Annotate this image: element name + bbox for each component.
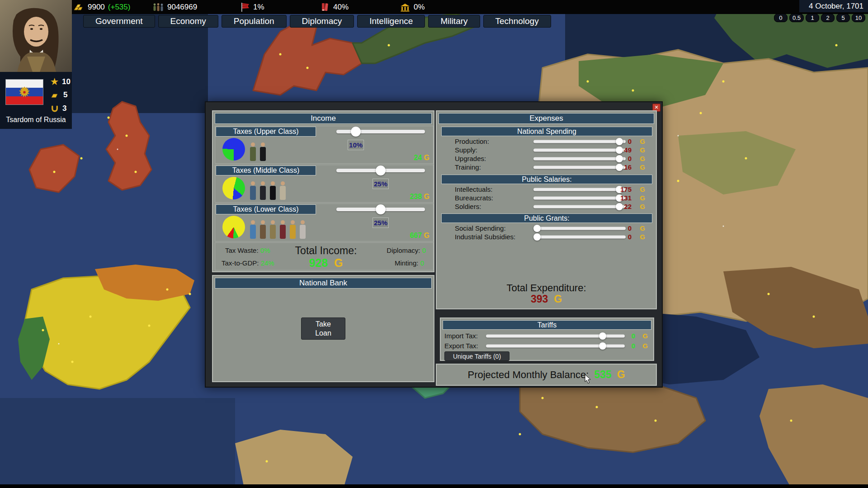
middle-class-figures xyxy=(250,178,286,200)
unrest-value: 1% xyxy=(253,3,264,12)
speed-button-05[interactable]: 0.5 xyxy=(789,14,804,22)
tax-to-gdp: Tax-to-GDP: 24% xyxy=(222,259,274,267)
citizen-figure xyxy=(250,142,256,161)
population-icon xyxy=(152,3,164,12)
tab-government[interactable]: Government xyxy=(83,15,155,28)
tab-economy[interactable]: Economy xyxy=(158,15,218,28)
expense-row-soldiers: Soldiers: 22 G xyxy=(441,203,651,211)
economy-dialog: ✕ Income Taxes (Upper Class) 10% 24 G Ta xyxy=(205,101,663,388)
date-label: 4 October, 1701 xyxy=(809,2,863,11)
literacy-stat: 40% xyxy=(320,0,349,14)
lower-tax-slider[interactable] xyxy=(336,205,425,214)
total-expenditure-label: Total Expenditure: xyxy=(437,282,656,294)
projected-monthly-balance: Projected Monthly Balance: 535 G xyxy=(437,365,656,385)
speed-button-5[interactable]: 5 xyxy=(836,14,850,22)
bank-stat: 0% xyxy=(400,0,425,14)
expenses-title: Expenses xyxy=(439,113,654,124)
gold-bars-stat: 5 xyxy=(51,90,67,99)
speed-button-1[interactable]: 1 xyxy=(806,14,819,22)
unrest-stat: 1% xyxy=(240,0,264,14)
tax-section-middle: Taxes (Middle Class) 25% 238 G xyxy=(215,165,434,203)
bottom-bar xyxy=(0,484,868,488)
tab-military[interactable]: Military xyxy=(428,15,480,28)
tax-distribution-pie xyxy=(222,216,245,238)
gold-bars-value: 5 xyxy=(63,90,67,99)
balance-currency: G xyxy=(617,369,625,381)
treasury-stat: 9900 (+535) xyxy=(74,0,130,14)
speed-button-10[interactable]: 10 xyxy=(852,14,865,22)
tab-intelligence[interactable]: Intelligence xyxy=(357,15,425,28)
expense-row-bureaucrats: Bureaucrats: 131 G xyxy=(441,194,651,203)
middle-tax-rate: 25% xyxy=(373,179,389,189)
slider-thumb[interactable] xyxy=(533,233,541,241)
tab-diplomacy[interactable]: Diplomacy xyxy=(290,15,354,28)
citizen-figure xyxy=(279,220,286,239)
tariffs-title: Tariffs xyxy=(443,320,651,330)
citizen-figure xyxy=(259,220,266,239)
export-tax-slider[interactable] xyxy=(486,343,625,349)
prestige-stat: ★ 10 xyxy=(51,76,71,87)
gold-icon xyxy=(74,3,85,11)
upper-tax-slider[interactable] xyxy=(336,127,425,136)
total-income-value: 928 G xyxy=(278,256,373,270)
income-totals: Tax Waste: 0% Total Income: Diplomacy: 0… xyxy=(215,242,434,270)
expense-row-training: Training: 16 G xyxy=(441,163,651,172)
import-tax-row: Import Tax: 0 G xyxy=(441,332,653,341)
books-icon xyxy=(320,2,330,12)
country-flag[interactable] xyxy=(5,79,43,105)
slider-thumb[interactable] xyxy=(376,166,386,175)
slider-thumb[interactable] xyxy=(351,127,361,137)
import-tax-slider[interactable] xyxy=(486,333,625,339)
citizen-figure xyxy=(250,181,256,200)
expense-row-upgrades: Upgrades: 0 G xyxy=(441,155,651,163)
tab-population[interactable]: Population xyxy=(222,15,287,28)
citizen-figure xyxy=(259,181,266,200)
gold-amount: 9900 xyxy=(88,3,105,12)
national-bank-panel: National Bank Take Loan xyxy=(212,275,434,382)
slider-thumb[interactable] xyxy=(599,342,606,350)
star-icon: ★ xyxy=(51,76,58,87)
citizen-figure xyxy=(279,181,286,200)
ruler-portrait[interactable] xyxy=(0,0,72,72)
expense-row-social-spending: Social Spending: 0 G xyxy=(441,224,651,233)
slider-thumb[interactable] xyxy=(533,225,541,232)
middle-tax-slider[interactable] xyxy=(336,166,425,175)
tab-technology[interactable]: Technology xyxy=(483,15,551,28)
national-bank-title: National Bank xyxy=(215,278,432,289)
minting-income: Minting: 0 xyxy=(395,259,424,267)
total-expenditure-value: 393 G xyxy=(437,293,656,305)
tax-section-lower: Taxes (Lower Class) 25% 667 G xyxy=(215,204,434,242)
double-eagle-emblem xyxy=(17,85,32,100)
tax-distribution-pie xyxy=(222,177,245,199)
balance-label: Projected Monthly Balance: xyxy=(467,369,589,381)
slider-thumb[interactable] xyxy=(376,204,386,214)
lower-tax-income: 667 G xyxy=(410,232,429,240)
speed-button-2[interactable]: 2 xyxy=(821,14,835,22)
citizen-figure xyxy=(250,220,256,239)
country-name: Tsardom of Russia xyxy=(0,116,72,124)
tax-distribution-pie xyxy=(222,138,245,161)
speed-button-0[interactable]: 0 xyxy=(774,14,788,22)
unique-tariffs-button[interactable]: Unique Tariffs (0) xyxy=(444,351,509,361)
horseshoes-value: 3 xyxy=(62,104,66,113)
tax-section-title: Taxes (Lower Class) xyxy=(216,204,316,214)
main-menu-bar: Government Economy Population Diplomacy … xyxy=(83,15,551,28)
expense-row-industrial-subsidies: Industrial Subsidies: 0 G xyxy=(441,233,651,242)
tax-section-title: Taxes (Upper Class) xyxy=(216,127,316,137)
income-title: Income xyxy=(215,113,432,124)
country-info-panel: ★ 10 5 3 Tsardom of Russia xyxy=(0,72,72,129)
middle-tax-income: 238 G xyxy=(410,193,429,201)
export-tax-row: Export Tax: 0 G xyxy=(441,342,653,351)
upper-tax-income: 24 G xyxy=(414,154,429,162)
citizen-figure xyxy=(269,220,276,239)
slider-track[interactable] xyxy=(336,130,425,133)
upper-tax-rate: 10% xyxy=(348,140,364,150)
citizen-figure xyxy=(259,142,266,161)
top-status-bar: 9900 (+535) 9046969 1% xyxy=(0,0,868,14)
population-count: 9046969 xyxy=(167,3,197,12)
upper-class-figures xyxy=(250,139,266,161)
take-loan-button[interactable]: Take Loan xyxy=(301,317,345,340)
slider-thumb[interactable] xyxy=(599,332,606,340)
literacy-value: 40% xyxy=(333,3,349,12)
expense-row-production: Production: 0 G xyxy=(441,137,651,146)
